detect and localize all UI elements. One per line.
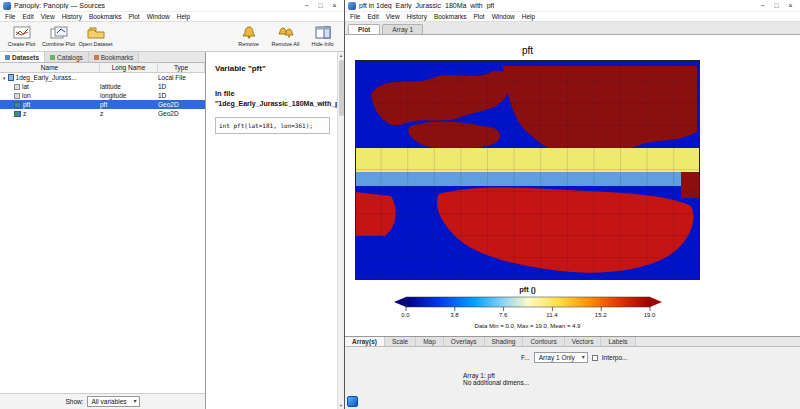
plot-combo-label: F... — [521, 354, 530, 361]
tab-catalogs[interactable]: Catalogs — [45, 52, 89, 62]
plot-titlebar[interactable]: pft in 1deg_Early_Jurassic_180Ma_with_pf… — [345, 0, 800, 12]
minimize-button[interactable]: − — [300, 1, 313, 11]
maximize-button[interactable]: □ — [770, 1, 783, 11]
column-header-type[interactable]: Type — [158, 63, 205, 72]
menu-bookmarks[interactable]: Bookmarks — [434, 13, 467, 20]
remove-button[interactable]: Remove — [230, 26, 267, 47]
scroll-up-icon[interactable]: ▲ — [339, 52, 343, 59]
menu-edit[interactable]: Edit — [22, 13, 33, 20]
colorbar-max-arrow — [650, 297, 662, 307]
variable-geo2d-icon — [14, 102, 21, 108]
sources-tabstrip: Datasets Catalogs Bookmarks — [0, 52, 205, 63]
menu-file[interactable]: File — [350, 13, 360, 20]
menu-window[interactable]: Window — [492, 13, 515, 20]
sources-titlebar[interactable]: Panoply: Panoply — Sources − □ × — [0, 0, 344, 12]
menu-history[interactable]: History — [62, 13, 82, 20]
table-row-z[interactable]: z z Geo2D — [0, 109, 205, 118]
menu-plot[interactable]: Plot — [128, 13, 139, 20]
menu-window[interactable]: Window — [147, 13, 170, 20]
tab-arrays[interactable]: Array(s) — [345, 337, 385, 346]
source-filename: "1deg_Early_Jurassic_180Ma_with_pft.nc" — [215, 100, 330, 107]
tab-plot[interactable]: Plot — [348, 24, 380, 34]
interpolate-checkbox[interactable] — [592, 355, 598, 361]
cell-name: pft — [23, 101, 30, 108]
combine-plot-icon — [50, 26, 68, 40]
menu-bookmarks[interactable]: Bookmarks — [89, 13, 122, 20]
cell-long-name: latitude — [100, 82, 158, 91]
tab-shading[interactable]: Shading — [485, 337, 524, 346]
show-filter-bar: Show: All variables — [0, 393, 205, 409]
tab-labels[interactable]: Labels — [601, 337, 635, 346]
tick-label: 11.4 — [546, 312, 557, 318]
menu-help[interactable]: Help — [522, 13, 535, 20]
array-mode-select[interactable]: Array 1 Only — [534, 352, 588, 363]
cell-type: Geo2D — [158, 109, 205, 118]
open-dataset-button[interactable]: Open Dataset — [77, 26, 114, 47]
datasets-icon — [5, 55, 10, 60]
tab-contours[interactable]: Contours — [523, 337, 564, 346]
tab-vectors[interactable]: Vectors — [565, 337, 602, 346]
info-scrollbar[interactable]: ▲ ▼ — [337, 52, 344, 409]
tab-bookmarks[interactable]: Bookmarks — [89, 52, 140, 62]
open-dataset-icon — [87, 26, 105, 40]
tab-array-1[interactable]: Array 1 — [382, 24, 423, 34]
tree-table-header: Name Long Name Type — [0, 63, 205, 73]
plot-window: pft in 1deg_Early_Jurassic_180Ma_with_pf… — [345, 0, 800, 409]
menu-plot[interactable]: Plot — [473, 13, 484, 20]
menu-view[interactable]: View — [386, 13, 400, 20]
table-row-lon[interactable]: lon longitude 1D — [0, 91, 205, 100]
show-label: Show: — [65, 398, 83, 405]
close-button[interactable]: × — [328, 1, 341, 11]
tab-datasets[interactable]: Datasets — [0, 52, 45, 62]
tab-map[interactable]: Map — [416, 337, 444, 346]
expander-icon[interactable]: ▾ — [3, 75, 6, 81]
cell-long-name: pft — [100, 100, 158, 109]
hide-info-icon — [315, 26, 331, 40]
table-row-pft-selected[interactable]: pft pft Geo2D — [0, 100, 205, 109]
remove-all-label: Remove All — [272, 41, 300, 47]
column-header-long-name[interactable]: Long Name — [100, 63, 158, 72]
plot-title: pft — [355, 45, 700, 56]
show-variables-select[interactable]: All variables — [87, 396, 140, 407]
menu-help[interactable]: Help — [177, 13, 190, 20]
create-plot-button[interactable]: Create Plot — [3, 26, 40, 47]
dims-info-text: No additional dimens... — [463, 379, 792, 386]
combine-plot-label: Combine Plot — [42, 41, 75, 47]
column-header-name[interactable]: Name — [0, 63, 100, 72]
table-row-lat[interactable]: lat latitude 1D — [0, 82, 205, 91]
cell-name: lon — [22, 92, 31, 99]
open-dataset-label: Open Dataset — [79, 41, 113, 47]
sources-window-title: Panoply: Panoply — Sources — [14, 2, 105, 9]
menu-history[interactable]: History — [407, 13, 427, 20]
cell-long-name — [100, 73, 158, 82]
cell-type: Geo2D — [158, 100, 205, 109]
hide-info-button[interactable]: Hide Info — [304, 26, 341, 47]
sources-window: Panoply: Panoply — Sources − □ × File Ed… — [0, 0, 345, 409]
interpolate-label: Interpo... — [602, 354, 628, 361]
maximize-button[interactable]: □ — [314, 1, 327, 11]
plot-menubar: File Edit View History Bookmarks Plot Wi… — [345, 12, 800, 22]
tick-label: 7.6 — [499, 312, 507, 318]
scroll-down-icon[interactable]: ▼ — [339, 402, 343, 409]
plot-window-icon — [348, 2, 356, 10]
menu-view[interactable]: View — [41, 13, 55, 20]
menu-file[interactable]: File — [5, 13, 15, 20]
desktop: Panoply: Panoply — Sources − □ × File Ed… — [0, 0, 800, 409]
colorbar-tick-labels: 0.0 3.8 7.6 11.4 15.2 19.0 — [393, 312, 663, 320]
close-button[interactable]: × — [784, 1, 797, 11]
create-plot-icon — [13, 26, 31, 40]
colorbar-min-arrow — [394, 297, 406, 307]
array-info-text: Array 1: pft — [463, 372, 792, 379]
colorbar-block: pft () — [355, 285, 700, 329]
tab-scale[interactable]: Scale — [385, 337, 416, 346]
combine-plot-button[interactable]: Combine Plot — [40, 26, 77, 47]
minimize-button[interactable]: − — [756, 1, 769, 11]
tab-overlays[interactable]: Overlays — [444, 337, 485, 346]
arrays-tab-panel: F... Array 1 Only Interpo... Array 1: pf… — [345, 347, 800, 409]
remove-all-button[interactable]: Remove All — [267, 26, 304, 47]
menu-edit[interactable]: Edit — [367, 13, 378, 20]
table-row-dataset[interactable]: ▾ 1deg_Early_Jurass... Local File — [0, 73, 205, 82]
plot-canvas: pft — [345, 35, 800, 336]
scrollbar-thumb[interactable] — [339, 60, 344, 116]
cell-name: 1deg_Early_Jurass... — [16, 74, 77, 81]
